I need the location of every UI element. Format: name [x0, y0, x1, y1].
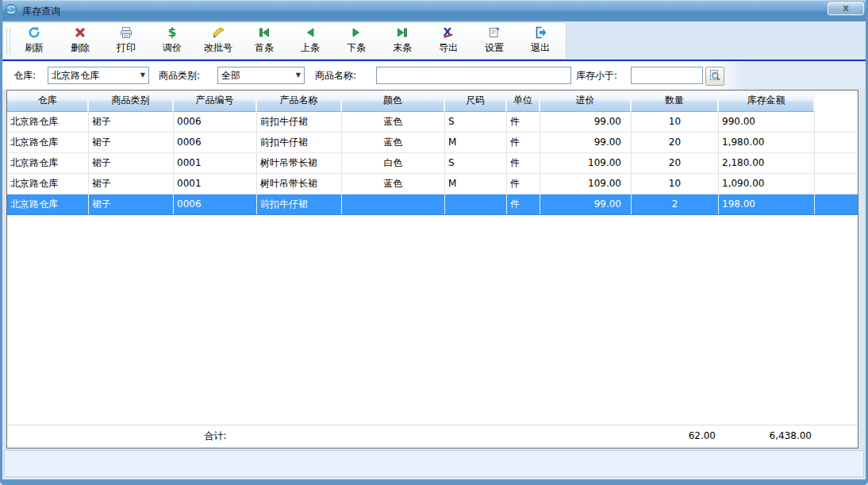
table-cell: 件 — [507, 194, 540, 214]
totals-row: 合计: 62.00 6,438.00 — [7, 425, 858, 447]
batch-edit-icon — [195, 26, 241, 40]
table-cell: 10 — [632, 112, 719, 132]
warehouse-select[interactable]: 北京路仓库 ▼ — [48, 67, 149, 84]
table-row[interactable]: 北京路仓库裙子0001树叶吊带长裙蓝色M件109.00101,090.00 — [7, 174, 858, 194]
column-header-6[interactable]: 单位 — [507, 90, 540, 112]
table-cell: S — [445, 112, 507, 132]
toolbar-button-label: 导出 — [425, 40, 471, 55]
search-button[interactable] — [705, 67, 724, 86]
table-cell: 北京路仓库 — [7, 153, 89, 173]
table-cell: 蓝色 — [342, 174, 445, 194]
table-cell: 北京路仓库 — [7, 112, 89, 132]
toolbar-grip-handle[interactable] — [6, 28, 10, 54]
next-record-icon — [333, 26, 379, 40]
column-header-3[interactable]: 产品名称 — [257, 90, 342, 112]
table-cell: 裙子 — [89, 174, 174, 194]
table-cell: 1,090.00 — [719, 174, 815, 194]
toolbar-button-delete[interactable]: 删除 — [57, 25, 103, 58]
toolbar-button-label: 打印 — [103, 40, 149, 55]
toolbar-button-label: 下条 — [333, 40, 379, 55]
table-cell: 前扣牛仔裙 — [257, 194, 342, 214]
refresh-icon — [11, 26, 57, 40]
table-cell: 白色 — [342, 153, 445, 173]
column-header-0[interactable]: 仓库 — [7, 90, 89, 112]
title-bar: 库存查询 x — [0, 0, 868, 21]
toolbar-button-print[interactable]: 打印 — [103, 25, 149, 58]
toolbar-button-exit[interactable]: 退出 — [517, 25, 563, 58]
app-globe-icon — [5, 3, 19, 17]
table-cell: 2 — [632, 194, 719, 214]
table-row[interactable]: 北京路仓库裙子0006前扣牛仔裙蓝色M件99.00201,980.00 — [7, 133, 858, 153]
toolbar-button-export[interactable]: X导出 — [425, 25, 471, 58]
settings-icon — [471, 26, 517, 40]
close-button[interactable]: x — [828, 2, 864, 15]
inventory-table: 仓库商品类别产品编号产品名称颜色尺码单位进价数量库存金额 合计: 62.00 6… — [6, 90, 858, 448]
table-cell: 0001 — [174, 153, 257, 173]
toolbar-button-next-record[interactable]: 下条 — [333, 25, 379, 58]
delete-icon — [57, 26, 103, 40]
column-header-7[interactable]: 进价 — [540, 90, 632, 112]
table-cell: 20 — [632, 133, 719, 152]
table-cell: 前扣牛仔裙 — [257, 112, 342, 132]
table-row[interactable]: 北京路仓库裙子0006前扣牛仔裙件99.002198.00 — [7, 194, 858, 215]
svg-text:$: $ — [168, 26, 176, 39]
table-cell: 99.00 — [540, 112, 632, 132]
toolbar-button-first-record[interactable]: 首条 — [241, 25, 287, 58]
table-cell: 990.00 — [719, 112, 815, 132]
table-cell: 蓝色 — [342, 133, 445, 152]
first-record-icon — [241, 26, 287, 40]
table-cell: 0001 — [174, 174, 257, 194]
product-name-input[interactable] — [376, 67, 571, 84]
toolbar-button-settings[interactable]: 设置 — [471, 25, 517, 58]
toolbar-button-prev-record[interactable]: 上条 — [287, 25, 333, 58]
toolbar-button-refresh[interactable]: 刷新 — [11, 25, 57, 58]
table-cell: 裙子 — [89, 112, 174, 132]
table-cell: 树叶吊带长裙 — [257, 153, 342, 173]
export-icon: X — [425, 26, 471, 40]
column-header-9[interactable]: 库存金额 — [719, 90, 815, 112]
last-record-icon — [379, 26, 425, 40]
column-header-4[interactable]: 颜色 — [342, 90, 445, 112]
category-select[interactable]: 全部 ▼ — [217, 67, 305, 84]
column-header-5[interactable]: 尺码 — [445, 90, 507, 112]
table-cell — [342, 194, 445, 214]
window-title: 库存查询 — [22, 5, 60, 18]
table-cell — [445, 194, 507, 214]
column-header-2[interactable]: 产品编号 — [174, 90, 257, 112]
table-cell: 1,980.00 — [719, 133, 815, 152]
totals-label: 合计: — [174, 425, 257, 446]
table-header: 仓库商品类别产品编号产品名称颜色尺码单位进价数量库存金额 — [7, 90, 858, 112]
table-cell: 裙子 — [89, 133, 174, 152]
toolbar-button-price-adjust[interactable]: $调价 — [149, 25, 195, 58]
price-adjust-icon: $ — [149, 26, 195, 40]
chevron-down-icon: ▼ — [296, 67, 301, 83]
category-label: 商品类别: — [159, 61, 200, 90]
table-cell: 20 — [632, 153, 719, 173]
column-header-8[interactable]: 数量 — [632, 90, 719, 112]
toolbar-button-label: 改批号 — [195, 40, 241, 55]
table-cell: 北京路仓库 — [7, 133, 89, 152]
table-cell: M — [445, 133, 507, 152]
table-row[interactable]: 北京路仓库裙子0001树叶吊带长裙白色S件109.00202,180.00 — [7, 153, 858, 174]
table-cell: 0006 — [174, 194, 257, 214]
table-cell: 99.00 — [540, 133, 632, 152]
product-name-label: 商品名称: — [315, 61, 356, 90]
table-cell: 树叶吊带长裙 — [257, 174, 342, 194]
column-header-1[interactable]: 商品类别 — [89, 90, 174, 112]
stock-below-input[interactable] — [631, 67, 703, 84]
table-row[interactable]: 北京路仓库裙子0006前扣牛仔裙蓝色S件99.0010990.00 — [7, 112, 858, 133]
toolbar-button-label: 设置 — [471, 40, 517, 55]
print-icon — [103, 26, 149, 40]
table-cell: 99.00 — [540, 194, 632, 214]
table-cell: 前扣牛仔裙 — [257, 133, 342, 152]
table-cell: 2,180.00 — [719, 153, 815, 173]
totals-quantity: 62.00 — [632, 425, 719, 446]
toolbar-button-last-record[interactable]: 末条 — [379, 25, 425, 58]
toolbar-button-batch-edit[interactable]: 改批号 — [195, 25, 241, 58]
table-cell: 109.00 — [540, 174, 632, 194]
table-cell: 蓝色 — [342, 112, 445, 132]
chevron-down-icon: ▼ — [140, 67, 145, 83]
warehouse-select-value: 北京路仓库 — [52, 70, 99, 81]
table-cell: 裙子 — [89, 153, 174, 173]
toolbar-button-label: 调价 — [149, 40, 195, 55]
